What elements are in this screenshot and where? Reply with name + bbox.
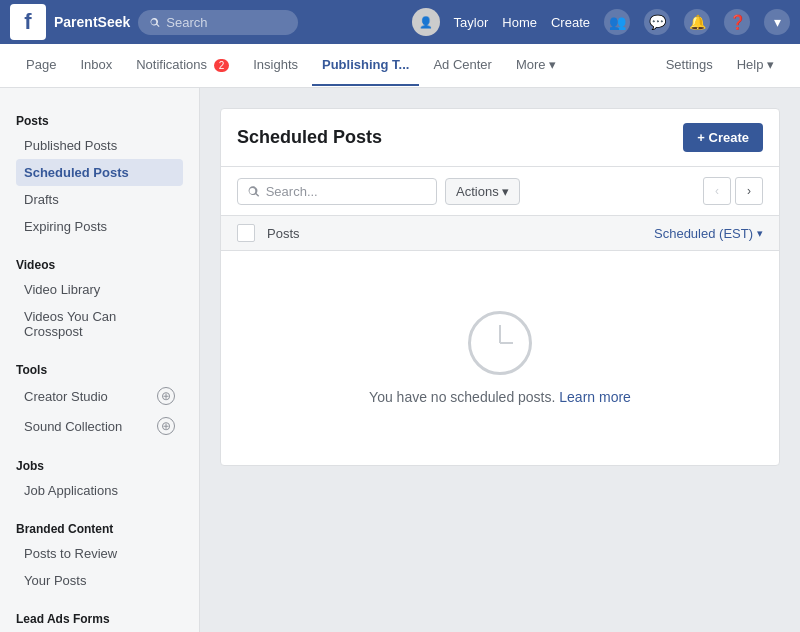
learn-more-link[interactable]: Learn more: [559, 389, 631, 405]
sidebar-section-title-jobs: Jobs: [16, 453, 183, 477]
secondary-nav: Page Inbox Notifications 2 Insights Publ…: [0, 44, 800, 88]
nav-help-link[interactable]: Help ▾: [727, 45, 784, 86]
sidebar-item-videos-crosspost[interactable]: Videos You Can Crosspost: [16, 303, 183, 345]
search-icon: [248, 185, 260, 198]
nav-inbox-link[interactable]: Inbox: [70, 45, 122, 86]
search-wrap[interactable]: [237, 178, 437, 205]
sidebar-item-published-posts[interactable]: Published Posts: [16, 132, 183, 159]
sidebar-section-branded-content: Branded Content Posts to Review Your Pos…: [0, 508, 199, 598]
actions-button[interactable]: Actions ▾: [445, 178, 520, 205]
question-icon[interactable]: ❓: [724, 9, 750, 35]
sidebar-item-your-posts[interactable]: Your Posts: [16, 567, 183, 594]
chevron-down-icon[interactable]: ▾: [764, 9, 790, 35]
content-area: Scheduled Posts + Create Actions ▾ ‹ › P…: [200, 88, 800, 632]
prev-page-button[interactable]: ‹: [703, 177, 731, 205]
empty-state-text: You have no scheduled posts. Learn more: [369, 389, 631, 405]
clock-icon: [468, 311, 532, 375]
sidebar-section-title-posts: Posts: [16, 108, 183, 132]
sidebar-section-title-videos: Videos: [16, 252, 183, 276]
top-search-input[interactable]: [166, 15, 286, 30]
empty-state: You have no scheduled posts. Learn more: [221, 251, 779, 465]
pagination: ‹ ›: [703, 177, 763, 205]
sidebar: Posts Published Posts Scheduled Posts Dr…: [0, 88, 200, 632]
col-posts-header: Posts: [267, 226, 654, 241]
nav-insights-link[interactable]: Insights: [243, 45, 308, 86]
sidebar-section-lead-ads: Lead Ads Forms Forms Library Draft Forms…: [0, 598, 199, 632]
sidebar-section-title-lead-ads: Lead Ads Forms: [16, 606, 183, 630]
top-nav: f ParentSeek 👤 Taylor Home Create 👥 💬 🔔 …: [0, 0, 800, 44]
table-header: Posts Scheduled (EST) ▾: [221, 216, 779, 251]
sidebar-item-video-library[interactable]: Video Library: [16, 276, 183, 303]
sidebar-item-sound-collection[interactable]: Sound Collection ⊕: [16, 411, 183, 441]
nav-right: 👤 Taylor Home Create 👥 💬 🔔 ❓ ▾: [412, 8, 790, 36]
sidebar-section-tools: Tools Creator Studio ⊕ Sound Collection …: [0, 349, 199, 445]
sidebar-item-expiring-posts[interactable]: Expiring Posts: [16, 213, 183, 240]
sidebar-item-job-applications[interactable]: Job Applications: [16, 477, 183, 504]
create-button[interactable]: + Create: [683, 123, 763, 152]
card-title: Scheduled Posts: [237, 127, 382, 148]
select-all-checkbox[interactable]: [237, 224, 255, 242]
nav-taylor-link[interactable]: Taylor: [454, 15, 489, 30]
content-card: Scheduled Posts + Create Actions ▾ ‹ › P…: [220, 108, 780, 466]
search-icon: [150, 16, 160, 29]
nav-page-link[interactable]: Page: [16, 45, 66, 86]
nav-more-link[interactable]: More ▾: [506, 45, 566, 86]
sidebar-item-scheduled-posts[interactable]: Scheduled Posts: [16, 159, 183, 186]
nav-create-link[interactable]: Create: [551, 15, 590, 30]
col-scheduled-header[interactable]: Scheduled (EST) ▾: [654, 226, 763, 241]
page-name: ParentSeek: [54, 14, 130, 30]
nav-settings-link[interactable]: Settings: [656, 45, 723, 86]
bell-icon[interactable]: 🔔: [684, 9, 710, 35]
main-layout: Posts Published Posts Scheduled Posts Dr…: [0, 88, 800, 632]
avatar[interactable]: 👤: [412, 8, 440, 36]
sidebar-section-title-branded: Branded Content: [16, 516, 183, 540]
external-link-icon: ⊕: [157, 387, 175, 405]
people-icon[interactable]: 👥: [604, 9, 630, 35]
next-page-button[interactable]: ›: [735, 177, 763, 205]
external-link-icon-2: ⊕: [157, 417, 175, 435]
nav-settings-group: Settings Help ▾: [656, 45, 784, 86]
card-header: Scheduled Posts + Create: [221, 109, 779, 167]
top-search-bar[interactable]: [138, 10, 298, 35]
sidebar-section-videos: Videos Video Library Videos You Can Cros…: [0, 244, 199, 349]
sidebar-section-posts: Posts Published Posts Scheduled Posts Dr…: [0, 100, 199, 244]
notifications-badge: 2: [214, 59, 230, 72]
nav-adcenter-link[interactable]: Ad Center: [423, 45, 502, 86]
nav-publishing-link[interactable]: Publishing T...: [312, 45, 419, 86]
sidebar-section-title-tools: Tools: [16, 357, 183, 381]
col-dropdown-icon: ▾: [757, 227, 763, 240]
nav-home-link[interactable]: Home: [502, 15, 537, 30]
nav-notifications-link[interactable]: Notifications 2: [126, 45, 239, 86]
facebook-logo: f: [10, 4, 46, 40]
message-icon[interactable]: 💬: [644, 9, 670, 35]
sidebar-item-creator-studio[interactable]: Creator Studio ⊕: [16, 381, 183, 411]
sidebar-item-posts-to-review[interactable]: Posts to Review: [16, 540, 183, 567]
sidebar-item-drafts[interactable]: Drafts: [16, 186, 183, 213]
toolbar-row: Actions ▾ ‹ ›: [221, 167, 779, 216]
sidebar-section-jobs: Jobs Job Applications: [0, 445, 199, 508]
posts-search-input[interactable]: [266, 184, 426, 199]
